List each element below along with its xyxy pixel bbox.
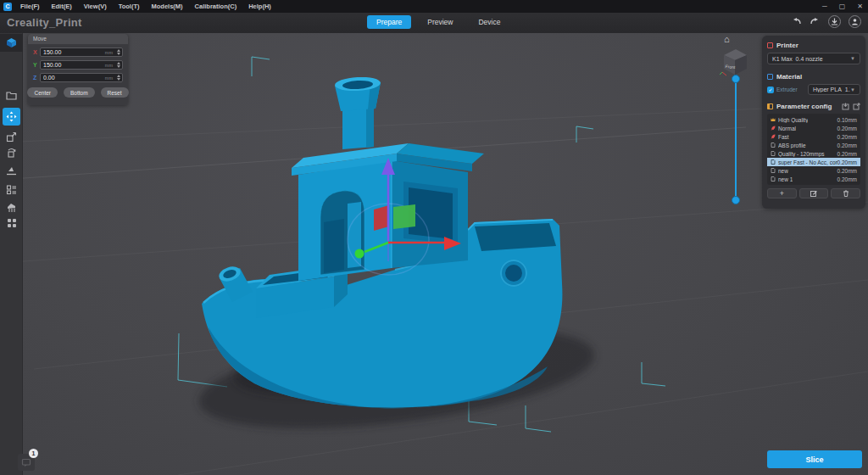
header-bar: Creality_Print Prepare Preview Device [0,13,868,33]
edit-pencil-icon [810,190,817,197]
gizmo-plane-xz[interactable] [374,205,389,231]
move-x-row: X mm [33,48,123,57]
profile-row-new[interactable]: new 0.20mm [767,166,860,175]
header-actions [791,15,861,28]
move-x-unit: mm [105,50,113,55]
profile-row-quality-120[interactable]: Quality - 120mmps 0.20mm [767,149,860,158]
maximize-icon[interactable]: ▢ [839,0,846,13]
view-cube-front-label: Front [725,64,736,70]
lay-flat-icon [6,165,17,176]
move-y-input[interactable] [43,61,94,69]
more-tools-button[interactable] [3,214,20,232]
material-selected-value: Hyper PLA_1.75 [813,87,850,92]
move-z-stepper[interactable] [117,75,120,81]
delete-profile-button[interactable] [831,188,860,198]
model-library-button[interactable] [0,34,23,52]
file-icon [771,159,776,165]
printer-select[interactable]: K1 Max_0.4 nozzle ▼ [767,53,860,64]
left-toolbar [0,33,23,475]
app-logo: C [3,3,12,11]
move-tool-button[interactable] [3,108,20,126]
printer-selected-value: K1 Max_0.4 nozzle [772,56,823,62]
reset-button[interactable]: Reset [101,87,129,98]
parameter-config-title: Parameter config [776,103,832,110]
move-y-unit: mm [105,63,113,68]
menu-calibration[interactable]: Calibration(C) [195,3,237,10]
tab-preview[interactable]: Preview [418,15,462,29]
open-file-button[interactable] [3,87,20,104]
move-y-stepper[interactable] [117,62,120,68]
home-view-icon[interactable]: ⌂ [724,34,730,44]
rotate-tool-button[interactable] [3,144,20,162]
profile-list: High Quality 0.10mm Normal 0.20mm Fast 0… [767,114,860,185]
menu-bar: File(F) Edit(E) View(V) Tool(T) Models(M… [20,3,283,10]
menu-view[interactable]: View(V) [84,3,107,10]
move-z-row: Z mm [33,73,123,82]
profile-row-super-fast[interactable]: super Fast - No Acc, contr 0.20mm [767,158,860,166]
menu-tool[interactable]: Tool(T) [119,3,140,10]
profile-row-fast[interactable]: Fast 0.20mm [767,132,860,141]
menu-file[interactable]: File(F) [20,3,40,10]
minimize-icon[interactable]: ─ [822,0,827,13]
material-select[interactable]: Hyper PLA_1.75 ▼ [808,84,860,95]
menu-edit[interactable]: Edit(E) [52,3,72,10]
extruder-checkbox[interactable]: ✓ [767,87,774,93]
menu-help[interactable]: Help(H) [248,3,271,10]
open-folder-icon [6,90,17,101]
profile-row-abs[interactable]: ABS profile 0.20mm [767,141,860,149]
profile-row-normal[interactable]: Normal 0.20mm [767,124,860,132]
move-x-stepper[interactable] [117,49,120,55]
move-z-input[interactable] [43,74,94,81]
clone-list-icon [6,184,17,195]
bottom-button[interactable]: Bottom [64,87,95,98]
move-x-input[interactable] [43,48,94,56]
profile-row-high-quality[interactable]: High Quality 0.10mm [767,115,860,124]
lay-flat-tool-button[interactable] [3,162,20,180]
close-icon[interactable]: ✕ [857,0,863,13]
rotate-tool-icon [6,148,17,159]
printer-title: Printer [776,42,798,49]
extruder-label: Extruder [776,87,798,92]
notification-badge: 1 [29,449,38,458]
move-tool-icon [6,111,17,122]
view-cube[interactable]: Front [718,45,752,79]
move-y-row: Y mm [33,60,123,70]
window-controls: ─ ▢ ✕ [822,0,863,13]
profile-row-new-1[interactable]: new 1 0.20mm [767,175,860,183]
edit-profile-button[interactable] [799,188,829,198]
tab-device[interactable]: Device [469,15,509,29]
clone-tool-button[interactable] [3,181,20,198]
move-panel: Move X mm Y mm Z mm [28,34,128,105]
mode-tabs: Prepare Preview Device [367,15,509,29]
download-icon[interactable] [828,15,841,28]
parameter-config-icon [767,103,773,109]
file-icon [771,168,776,173]
axis-z-label: Z [33,75,40,81]
support-icon [6,202,17,213]
move-panel-title: Move [28,34,128,44]
scale-tool-button[interactable] [3,128,20,146]
center-button[interactable]: Center [27,87,58,98]
material-icon [767,74,773,80]
printer-section-header: Printer [767,41,860,49]
scale-tool-icon [6,131,17,142]
trash-icon [843,190,849,197]
message-icon [21,457,31,467]
tab-prepare[interactable]: Prepare [367,15,411,29]
add-profile-button[interactable]: + [767,188,797,198]
zoom-slider-handle-top[interactable] [732,75,740,83]
redo-icon[interactable] [810,16,821,27]
user-account-icon[interactable] [849,15,861,28]
move-x-field: mm [40,48,123,57]
file-icon [771,142,776,148]
zoom-slider-handle-bottom[interactable] [732,196,740,204]
move-y-field: mm [40,60,123,70]
undo-icon[interactable] [791,16,802,27]
export-profile-icon[interactable] [853,103,860,110]
menu-models[interactable]: Models(M) [151,3,182,10]
import-profile-icon[interactable] [842,103,849,110]
material-section-header: Material [767,72,860,81]
zoom-slider-track[interactable] [735,79,737,199]
slice-button[interactable]: Slice [767,450,862,468]
gizmo-plane-yz[interactable] [393,204,415,229]
